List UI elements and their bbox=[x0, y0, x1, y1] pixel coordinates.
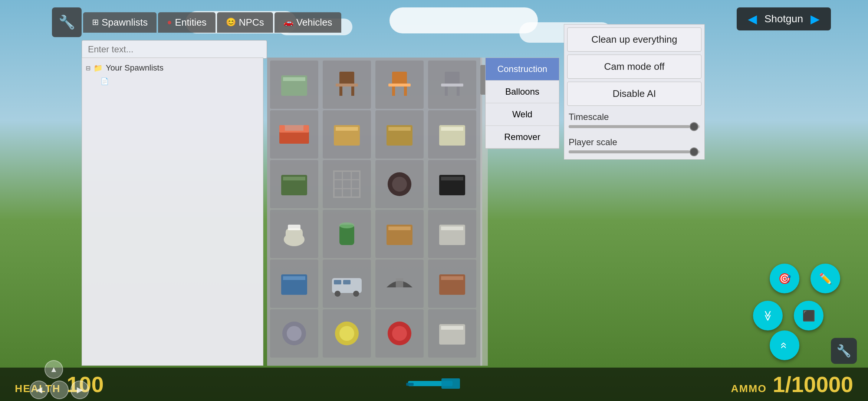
svg-rect-9 bbox=[388, 84, 411, 87]
shotgun-panel: ◀ Shotgun ▶ bbox=[737, 7, 831, 30]
svg-point-55 bbox=[287, 326, 302, 341]
dpad-left[interactable]: ◀ bbox=[30, 381, 48, 399]
dpad-right[interactable]: ▶ bbox=[70, 381, 89, 399]
right-util-panel: Clean up everything Cam mode off Disable… bbox=[564, 24, 705, 160]
ammo-section: AMMO 1/10000 bbox=[731, 372, 853, 397]
svg-rect-26 bbox=[334, 171, 360, 197]
dpad-center bbox=[50, 381, 69, 399]
vehicles-icon: 🚗 bbox=[283, 17, 293, 27]
item-dumpster[interactable] bbox=[270, 160, 318, 208]
svg-rect-2 bbox=[339, 72, 354, 85]
clean-up-button[interactable]: Clean up everything bbox=[567, 27, 701, 52]
square-icon: ⬛ bbox=[802, 310, 815, 322]
item-train[interactable] bbox=[323, 260, 371, 308]
left-panel: ⊟ 📁 Your Spawnlists 📄 bbox=[82, 58, 263, 366]
svg-rect-21 bbox=[388, 127, 411, 131]
hud-bottom: HEALTH 100 AMMO 1/10000 bbox=[0, 368, 868, 401]
timescale-label: Timescale bbox=[569, 112, 700, 122]
weapon-prev-button[interactable]: ◀ bbox=[748, 12, 757, 26]
toolbar: 🔧 ⊞ Spawnlists ● Entities 😊 NPCs 🚗 Vehic… bbox=[52, 7, 341, 37]
timescale-thumb[interactable] bbox=[690, 122, 698, 131]
entities-icon: ● bbox=[167, 17, 172, 27]
weapon-icon-area bbox=[404, 372, 464, 399]
up-arrows-button[interactable]: « bbox=[770, 330, 799, 360]
svg-point-59 bbox=[392, 326, 407, 341]
timescale-fill bbox=[569, 125, 690, 128]
svg-rect-1 bbox=[283, 77, 305, 81]
item-suitcase[interactable] bbox=[428, 160, 476, 208]
weld-button[interactable]: Weld bbox=[486, 103, 559, 126]
spawnlists-icon: ⊞ bbox=[92, 17, 99, 27]
balloons-button[interactable]: Balloons bbox=[486, 81, 559, 103]
mic-button[interactable]: 🎯 bbox=[770, 264, 799, 293]
expand-icon: ⊟ bbox=[86, 65, 91, 72]
item-item-22[interactable] bbox=[323, 309, 371, 358]
down-arrows-button[interactable]: ≫ bbox=[753, 301, 783, 330]
square-button[interactable]: ⬛ bbox=[794, 301, 823, 330]
svg-point-57 bbox=[339, 326, 354, 341]
item-toilet[interactable] bbox=[270, 210, 318, 258]
spawnlist-folder[interactable]: ⊟ 📁 Your Spawnlists bbox=[86, 62, 259, 74]
svg-rect-43 bbox=[441, 226, 463, 230]
spawnlist-file[interactable]: 📄 bbox=[86, 76, 259, 87]
weapon-bottom-icon bbox=[404, 372, 464, 398]
right-tools-panel: Construction Balloons Weld Remover bbox=[485, 58, 559, 149]
pencil-button[interactable]: ✏️ bbox=[811, 264, 840, 293]
item-sofa[interactable] bbox=[270, 110, 318, 159]
ammo-label: AMMO bbox=[731, 383, 767, 395]
svg-rect-25 bbox=[283, 177, 305, 180]
item-trash-can[interactable] bbox=[323, 210, 371, 258]
item-chair-orange[interactable] bbox=[375, 61, 424, 109]
tab-spawnlists[interactable]: ⊞ Spawnlists bbox=[83, 12, 157, 33]
svg-rect-6 bbox=[392, 72, 407, 85]
item-cabinet[interactable] bbox=[428, 260, 476, 308]
ammo-value: 1/10000 bbox=[773, 372, 853, 397]
tab-entities[interactable]: ● Entities bbox=[158, 12, 216, 33]
item-chair-office[interactable] bbox=[428, 61, 476, 109]
svg-rect-53 bbox=[441, 276, 463, 280]
item-item-21[interactable] bbox=[270, 309, 318, 358]
folder-icon: 📁 bbox=[93, 63, 103, 72]
svg-rect-19 bbox=[336, 127, 358, 131]
item-boat[interactable] bbox=[375, 260, 424, 308]
npcs-icon: 😊 bbox=[226, 17, 236, 27]
spawnlist-tree: ⊟ 📁 Your Spawnlists 📄 bbox=[86, 62, 259, 87]
item-small-vehicle[interactable] bbox=[270, 260, 318, 308]
item-van[interactable] bbox=[428, 210, 476, 258]
player-scale-track[interactable] bbox=[569, 150, 700, 153]
ui-overlay: 🔧 ⊞ Spawnlists ● Entities 😊 NPCs 🚗 Vehic… bbox=[0, 0, 868, 401]
svg-rect-51 bbox=[396, 278, 403, 287]
down-arrows-icon: ≫ bbox=[762, 310, 774, 321]
item-crate-large[interactable] bbox=[323, 110, 371, 159]
mic-icon: 🎯 bbox=[778, 273, 791, 285]
tab-vehicles[interactable]: 🚗 Vehicles bbox=[274, 12, 341, 33]
item-item-24[interactable] bbox=[428, 309, 476, 358]
item-item-23[interactable] bbox=[375, 309, 424, 358]
remover-button[interactable]: Remover bbox=[486, 126, 559, 149]
svg-rect-64 bbox=[406, 383, 414, 386]
tools-icon[interactable]: 🔧 bbox=[52, 7, 82, 37]
item-cart[interactable] bbox=[375, 210, 424, 258]
file-icon: 📄 bbox=[101, 77, 109, 85]
item-fridge[interactable] bbox=[428, 110, 476, 159]
cam-mode-button[interactable]: Cam mode off bbox=[567, 55, 701, 79]
svg-rect-47 bbox=[334, 280, 341, 284]
svg-point-32 bbox=[392, 177, 407, 192]
timescale-track[interactable] bbox=[569, 125, 700, 128]
player-scale-thumb[interactable] bbox=[690, 147, 698, 156]
item-chair-wood[interactable] bbox=[323, 61, 371, 109]
item-crate-medium[interactable] bbox=[375, 110, 424, 159]
dpad-up[interactable]: ▲ bbox=[45, 360, 63, 379]
tab-npcs[interactable]: 😊 NPCs bbox=[217, 12, 273, 33]
search-input[interactable] bbox=[82, 40, 267, 59]
item-cage[interactable] bbox=[323, 160, 371, 208]
weapon-next-button[interactable]: ▶ bbox=[811, 12, 820, 26]
player-scale-label: Player scale bbox=[569, 137, 700, 147]
disable-ai-button[interactable]: Disable AI bbox=[567, 82, 701, 106]
item-bathtub[interactable] bbox=[270, 61, 318, 109]
construction-button[interactable]: Construction bbox=[486, 58, 559, 81]
settings-button[interactable]: 🔧 bbox=[831, 338, 857, 364]
svg-rect-17 bbox=[279, 125, 309, 133]
item-boot[interactable] bbox=[375, 160, 424, 208]
svg-rect-23 bbox=[441, 127, 463, 131]
